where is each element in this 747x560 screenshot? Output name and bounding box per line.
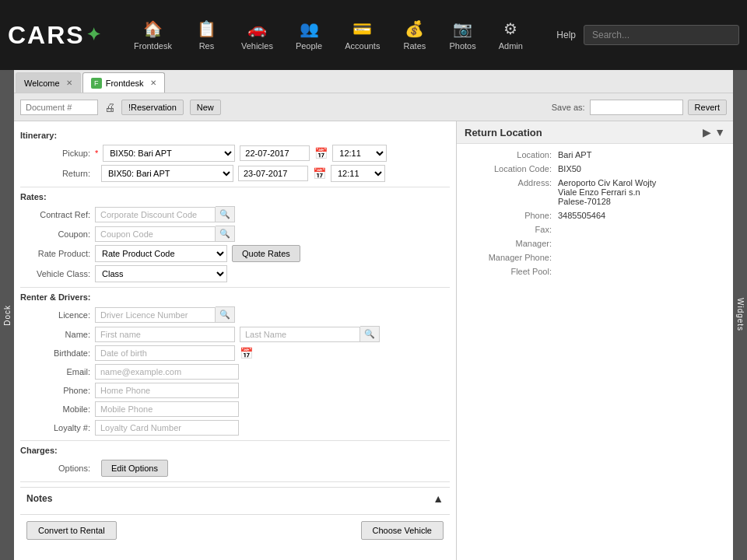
tabs-bar: Welcome✕FFrontdesk✕ (0, 70, 747, 93)
panels: Itinerary: Pickup: * BIX50: Bari APT 📅 1… (14, 121, 733, 560)
address-label: Address: (466, 178, 552, 206)
location-value: Bari APT (558, 150, 591, 159)
fax-row: Fax: (466, 225, 724, 234)
last-name-search-btn[interactable]: 🔍 (360, 326, 380, 342)
header-actions: ▶ ▼ (703, 126, 725, 138)
email-input[interactable] (95, 364, 239, 380)
photos-icon: 📷 (453, 19, 472, 38)
fleet-pool-label: Fleet Pool: (466, 267, 552, 276)
right-panel: Return Location ▶ ▼ Location: Bari APT L… (457, 121, 733, 560)
notes-collapse-icon[interactable]: ▲ (433, 492, 444, 505)
licence-search-btn[interactable]: 🔍 (216, 306, 235, 323)
nav-item-accounts[interactable]: 💳Accounts (335, 16, 389, 54)
itinerary-header: Itinerary: (20, 131, 450, 140)
edit-options-button[interactable]: Edit Options (101, 460, 168, 477)
return-date-field[interactable] (238, 166, 308, 181)
tab-close-welcome[interactable]: ✕ (66, 79, 72, 87)
document-number-field[interactable] (20, 100, 98, 115)
vehicles-icon: 🚗 (247, 19, 267, 38)
rates-section: Rates: Contract Ref: 🔍 Coupon: 🔍 (20, 192, 450, 282)
save-dropdown[interactable] (590, 100, 683, 115)
fleet-pool-row: Fleet Pool: (466, 267, 724, 276)
notes-header[interactable]: Notes ▲ (26, 492, 444, 505)
notes-section: Notes ▲ (20, 487, 450, 514)
phone-label: Phone: (20, 386, 90, 395)
location-code-row: Location Code: BIX50 (466, 164, 724, 173)
vehicles-label: Vehicles (241, 41, 273, 51)
birthdate-row: Birthdate: 📅 (20, 345, 450, 361)
location-label: Location: (466, 150, 552, 159)
charges-header: Charges: (20, 446, 450, 455)
mobile-input[interactable] (95, 401, 239, 417)
coupon-search-btn[interactable]: 🔍 (216, 226, 235, 242)
nav-item-people[interactable]: 👥People (286, 16, 331, 54)
tab-welcome[interactable]: Welcome✕ (16, 72, 81, 93)
location-detail: Location: Bari APT Location Code: BIX50 … (457, 144, 733, 287)
manager-row: Manager: (466, 239, 724, 248)
pickup-date-field[interactable] (240, 145, 310, 161)
loyalty-input[interactable] (95, 420, 239, 436)
manager-phone-label: Manager Phone: (466, 253, 552, 262)
nav-item-photos[interactable]: 📷Photos (440, 16, 485, 54)
vehicle-class-select[interactable]: Class (95, 265, 227, 282)
nav-item-res[interactable]: 📋Res (185, 16, 228, 54)
left-panel: Itinerary: Pickup: * BIX50: Bari APT 📅 1… (14, 121, 457, 560)
location-row: Location: Bari APT (466, 150, 724, 159)
pickup-calendar-icon[interactable]: 📅 (314, 147, 328, 159)
pickup-time-select[interactable]: 12:11 (332, 145, 387, 162)
frontdesk-label: Frontdesk (134, 41, 172, 51)
birthdate-input[interactable] (95, 345, 235, 361)
address-line1: Aeroporto Civ Karol Wojty (558, 178, 656, 187)
nav-item-vehicles[interactable]: 🚗Vehicles (232, 16, 282, 54)
tab-icon-frontdesk: F (91, 78, 102, 89)
fax-label: Fax: (466, 225, 552, 234)
nav-item-admin[interactable]: ⚙Admin (489, 16, 532, 54)
charges-section: Charges: Options: Edit Options (20, 446, 450, 477)
licence-input[interactable] (95, 307, 216, 323)
reservation-button[interactable]: !Reservation (121, 100, 184, 115)
dock-label: Dock (3, 305, 12, 326)
revert-button[interactable]: Revert (688, 100, 727, 115)
mobile-row: Mobile: (20, 401, 450, 417)
coupon-input[interactable] (95, 226, 216, 242)
return-time-select[interactable]: 12:11 (331, 165, 385, 182)
birthdate-calendar-icon[interactable]: 📅 (240, 347, 253, 359)
location-code-label: Location Code: (466, 164, 552, 173)
choose-vehicle-button[interactable]: Choose Vehicle (361, 521, 444, 540)
tab-label-welcome: Welcome (24, 79, 60, 88)
photos-label: Photos (449, 41, 475, 51)
search-input[interactable] (584, 25, 739, 45)
convert-to-rental-button[interactable]: Convert to Rental (26, 521, 117, 540)
email-label: Email: (20, 367, 90, 376)
left-dock[interactable]: Dock (0, 70, 14, 560)
contract-ref-input[interactable] (95, 207, 216, 222)
vehicle-class-label: Vehicle Class: (20, 269, 90, 278)
nav-item-frontdesk[interactable]: 🏠Frontdesk (124, 16, 181, 54)
phone-row: Phone: (20, 383, 450, 398)
last-name-input[interactable] (240, 327, 360, 342)
nav-collapse-button[interactable]: ▼ (714, 126, 725, 138)
nav-prev-button[interactable]: ▶ (703, 126, 711, 138)
tab-frontdesk[interactable]: FFrontdesk✕ (82, 72, 165, 93)
printer-icon[interactable]: 🖨 (104, 101, 115, 114)
first-name-input[interactable] (95, 327, 235, 342)
quote-rates-button[interactable]: Quote Rates (232, 245, 300, 262)
return-calendar-icon[interactable]: 📅 (313, 167, 326, 180)
rate-product-select[interactable]: Rate Product Code (95, 245, 227, 262)
frontdesk-icon: 🏠 (143, 19, 163, 38)
contract-ref-row: Contract Ref: 🔍 (20, 206, 450, 222)
nav-item-rates[interactable]: 💰Rates (393, 16, 436, 54)
help-link[interactable]: Help (556, 30, 576, 40)
pickup-location-select[interactable]: BIX50: Bari APT (103, 145, 235, 162)
new-button[interactable]: New (190, 100, 221, 115)
tab-close-frontdesk[interactable]: ✕ (150, 79, 156, 87)
address-row: Address: Aeroporto Civ Karol Wojty Viale… (466, 178, 724, 206)
contract-search-btn[interactable]: 🔍 (216, 206, 235, 222)
cars-text: CARS (8, 21, 85, 50)
phone-input[interactable] (95, 383, 239, 398)
rate-product-label: Rate Product: (20, 249, 90, 258)
logo: CARS ✦ (8, 21, 109, 50)
rates-label: Rates (404, 41, 426, 51)
return-location-select[interactable]: BIX50: Bari APT (101, 165, 233, 182)
right-dock[interactable]: Widgets (733, 70, 747, 560)
